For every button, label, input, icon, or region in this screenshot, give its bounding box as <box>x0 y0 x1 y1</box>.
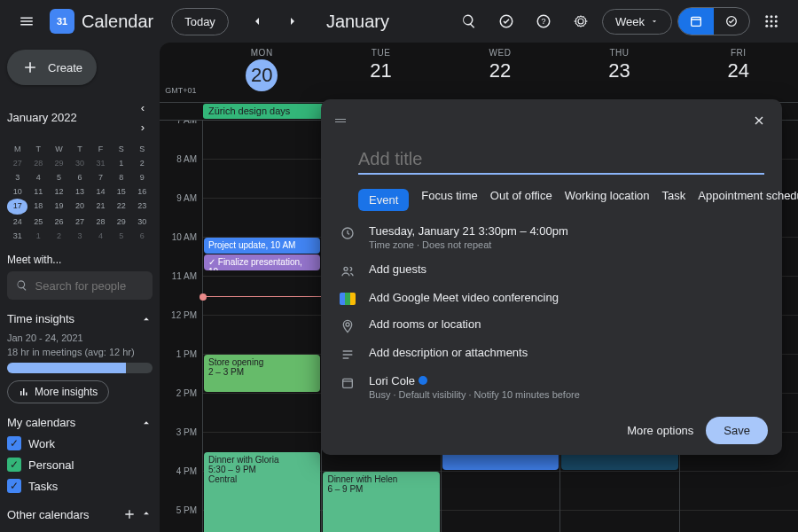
mini-day[interactable]: 17 <box>7 199 27 215</box>
calendar-tasks[interactable]: ✓Tasks <box>7 475 153 497</box>
mini-day[interactable]: 16 <box>132 184 153 199</box>
mini-day[interactable]: 7 <box>90 170 111 184</box>
close-icon[interactable] <box>743 105 775 137</box>
mini-day[interactable]: 6 <box>69 170 90 184</box>
mini-day[interactable]: 26 <box>49 215 69 229</box>
mini-day[interactable]: 10 <box>7 184 27 199</box>
organizer-row[interactable]: Lori ColeBusy · Default visibility · Not… <box>321 368 782 406</box>
mini-day[interactable]: 12 <box>49 184 69 199</box>
tab-focus-time[interactable]: Focus time <box>421 189 478 211</box>
save-button[interactable]: Save <box>706 417 768 444</box>
drag-handle-icon[interactable] <box>328 108 353 133</box>
mini-day[interactable]: 24 <box>7 215 27 229</box>
mini-day[interactable]: 30 <box>69 156 90 170</box>
main-menu-icon[interactable] <box>11 5 43 37</box>
next-week-button[interactable] <box>277 5 309 37</box>
more-insights-button[interactable]: More insights <box>7 380 109 403</box>
calendar-personal[interactable]: ✓Personal <box>7 454 153 475</box>
mini-day[interactable]: 4 <box>90 229 111 243</box>
day-22[interactable]: 22 <box>441 59 559 82</box>
today-button[interactable]: Today <box>171 8 229 35</box>
mini-day[interactable]: 11 <box>27 184 48 199</box>
search-icon[interactable] <box>453 5 485 37</box>
more-options-button[interactable]: More options <box>627 424 693 437</box>
apps-icon[interactable] <box>755 5 787 37</box>
mini-day[interactable]: 1 <box>27 229 48 243</box>
settings-icon[interactable] <box>565 5 597 37</box>
description-row[interactable]: Add description or attachments <box>321 340 782 368</box>
mini-day[interactable]: 13 <box>69 184 90 199</box>
event-title-input[interactable] <box>358 145 764 175</box>
mini-next-button[interactable]: › <box>133 117 153 137</box>
clock-icon <box>340 226 355 240</box>
chevron-up-icon <box>140 313 153 325</box>
tab-event[interactable]: Event <box>358 189 409 211</box>
guests-row[interactable]: Add guests <box>321 256 782 285</box>
mini-day[interactable]: 3 <box>69 229 90 243</box>
mini-day[interactable]: 21 <box>90 199 111 215</box>
event-dinner-helen[interactable]: Dinner with Helen6 – 9 PM <box>323 472 439 532</box>
time-insights-toggle[interactable]: Time insights <box>7 309 153 329</box>
tab-task[interactable]: Task <box>662 189 686 211</box>
mini-day[interactable]: 6 <box>132 229 153 243</box>
day-21[interactable]: 21 <box>321 59 440 82</box>
mini-day[interactable]: 14 <box>90 184 111 199</box>
tab-appointment[interactable]: Appointment schedule <box>698 189 798 211</box>
other-calendars-toggle[interactable]: Other calendars <box>7 504 153 525</box>
event-finalize[interactable]: ✓ Finalize presentation, 10... <box>204 254 320 270</box>
mini-day[interactable]: 22 <box>111 199 131 215</box>
mini-day[interactable]: 5 <box>111 229 131 243</box>
mini-day[interactable]: 28 <box>27 156 48 170</box>
mini-day[interactable]: 9 <box>132 170 153 184</box>
mini-day[interactable]: 15 <box>111 184 131 199</box>
day-23[interactable]: 23 <box>559 59 678 82</box>
mini-day[interactable]: 2 <box>49 229 69 243</box>
mini-day[interactable]: 23 <box>132 199 153 215</box>
add-calendar-icon[interactable] <box>122 507 137 521</box>
tab-working-location[interactable]: Working location <box>565 189 650 211</box>
calendar-view-button[interactable] <box>678 8 714 35</box>
mini-day[interactable]: 8 <box>111 170 131 184</box>
allday-event[interactable]: Zürich design days <box>203 104 331 119</box>
mini-day[interactable]: 29 <box>111 215 131 229</box>
view-selector[interactable]: Week <box>602 9 672 35</box>
mini-day[interactable]: 19 <box>49 199 69 215</box>
my-calendars-toggle[interactable]: My calendars <box>7 412 153 433</box>
mini-day[interactable]: 25 <box>27 215 48 229</box>
mini-day[interactable]: 28 <box>90 215 111 229</box>
mini-day[interactable]: 31 <box>90 156 111 170</box>
support-icon[interactable] <box>490 5 522 37</box>
mini-day[interactable]: 29 <box>49 156 69 170</box>
mini-day[interactable]: 31 <box>7 229 27 243</box>
mini-day[interactable]: 4 <box>27 170 48 184</box>
help-icon[interactable]: ? <box>528 5 559 37</box>
location-row[interactable]: Add rooms or location <box>321 311 782 340</box>
tasks-view-button[interactable] <box>714 8 749 35</box>
tab-out-of-office[interactable]: Out of office <box>490 189 552 211</box>
mini-day[interactable]: 5 <box>49 170 69 184</box>
calendar-work[interactable]: ✓Work <box>7 433 153 454</box>
day-col-mon[interactable]: Project update, 10 AM ✓ Finalize present… <box>202 121 321 532</box>
insights-bar <box>7 363 153 373</box>
mini-prev-button[interactable]: ‹ <box>133 98 153 117</box>
prev-week-button[interactable] <box>241 5 273 37</box>
meet-row[interactable]: Add Google Meet video conferencing <box>321 285 782 311</box>
mini-day[interactable]: 20 <box>69 199 90 215</box>
day-20[interactable]: 20 <box>246 59 278 91</box>
mini-day[interactable]: 18 <box>27 199 48 215</box>
event-dinner-gloria[interactable]: Dinner with Gloria5:30 – 9 PMCentral <box>204 452 320 532</box>
mini-day[interactable]: 1 <box>111 156 131 170</box>
mini-day[interactable]: 30 <box>132 215 153 229</box>
mini-day[interactable]: 2 <box>132 156 153 170</box>
datetime-row[interactable]: Tuesday, January 21 3:30pm – 4:00pmTime … <box>321 218 782 256</box>
mini-day[interactable]: 27 <box>7 156 27 170</box>
event-project-update[interactable]: Project update, 10 AM <box>204 238 320 254</box>
svg-point-12 <box>771 25 773 27</box>
create-button[interactable]: Create <box>7 50 97 85</box>
mini-day[interactable]: 27 <box>69 215 90 229</box>
search-people[interactable] <box>7 271 153 300</box>
mini-day[interactable]: 3 <box>7 170 27 184</box>
event-store-opening[interactable]: Store opening2 – 3 PM <box>204 355 320 392</box>
day-24[interactable]: 24 <box>679 59 798 82</box>
search-people-input[interactable] <box>35 279 144 293</box>
